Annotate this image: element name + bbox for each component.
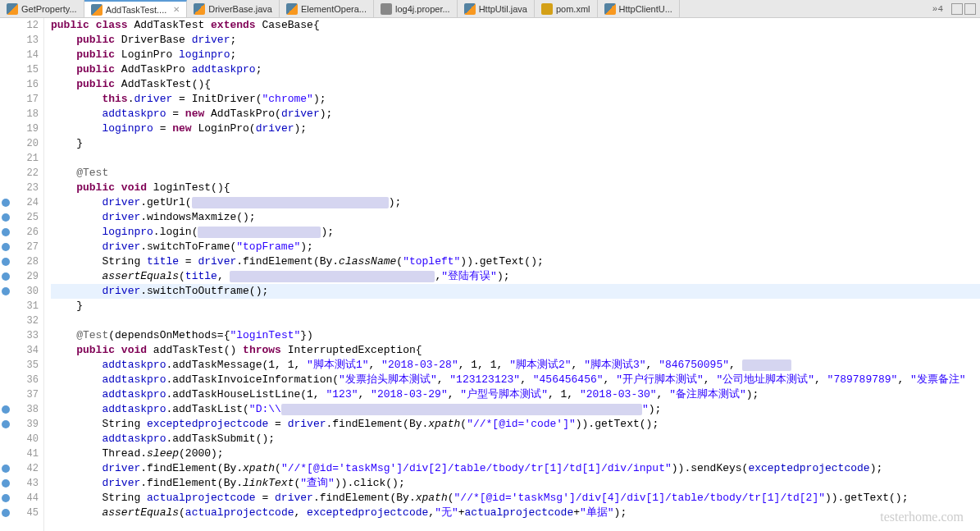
code-line[interactable]: addtaskpro.addTaskMessage(1, 1, "脚本测试1",… — [51, 358, 980, 373]
tab-label: AddTaskTest.... — [106, 5, 167, 15]
line-number: 20 — [11, 136, 39, 151]
code-line[interactable]: addtaskpro = new AddTaskPro(driver); — [51, 107, 980, 121]
tab-label: log4j.proper... — [395, 4, 450, 14]
tab-label: GetProperty... — [21, 4, 77, 14]
line-number: 23 — [11, 181, 39, 195]
tab-label: pom.xml — [556, 4, 590, 14]
code-line[interactable]: public class AddTaskTest extends CaseBas… — [51, 18, 980, 33]
code-line[interactable]: driver.findElement(By.xpath("//*[@id='ta… — [51, 461, 980, 476]
tab-2[interactable]: DriverBase.java — [187, 0, 280, 17]
line-number: 43 — [11, 476, 39, 491]
code-line[interactable]: public void addTaskTest() throws Interru… — [51, 343, 980, 358]
code-line[interactable]: driver.switchToFrame("topFrame"); — [51, 240, 980, 254]
breakpoint-marker[interactable] — [2, 243, 10, 251]
maximize-icon[interactable] — [964, 3, 976, 15]
tab-5[interactable]: HttpUtil.java — [458, 0, 535, 17]
tab-label: HttpClientU... — [619, 4, 672, 14]
line-number: 39 — [11, 417, 39, 432]
code-line[interactable]: public AddTaskTest(){ — [51, 77, 980, 92]
code-line[interactable]: driver.windowsMaxmize(); — [51, 210, 980, 225]
line-number: 28 — [11, 254, 39, 269]
code-line[interactable]: String actualprojectcode = driver.findEl… — [51, 491, 980, 506]
line-number: 37 — [11, 387, 39, 402]
tab-7[interactable]: HttpClientU... — [598, 0, 680, 17]
line-number: 41 — [11, 446, 39, 461]
line-number: 35 — [11, 358, 39, 373]
line-number: 40 — [11, 432, 39, 446]
breakpoint-marker[interactable] — [2, 272, 10, 281]
java-file-icon — [91, 4, 103, 16]
code-line[interactable]: addtaskpro.addTaskHouseListLine(1, "123"… — [51, 387, 980, 402]
line-number: 34 — [11, 343, 39, 358]
code-line[interactable]: loginpro = new LoginPro(driver); — [51, 121, 980, 136]
tabs-overflow[interactable]: »4 — [924, 4, 951, 14]
breakpoint-marker[interactable] — [2, 228, 10, 236]
line-number: 29 — [11, 269, 39, 284]
java-file-icon — [464, 3, 476, 15]
code-area[interactable]: public class AddTaskTest extends CaseBas… — [44, 18, 980, 531]
breakpoint-marker[interactable] — [2, 494, 10, 502]
tab-label: DriverBase.java — [208, 4, 272, 14]
code-line[interactable]: assertEquals(title, ,"登陆有误"); — [51, 269, 980, 284]
code-line[interactable]: loginpro.login(); — [51, 225, 980, 240]
java-file-icon — [7, 3, 18, 15]
code-line[interactable]: Thread.sleep(2000); — [51, 446, 980, 461]
tab-6[interactable]: pom.xml — [535, 0, 598, 17]
code-line[interactable]: addtaskpro.addTaskSubmit(); — [51, 432, 980, 446]
breakpoint-marker[interactable] — [2, 465, 10, 473]
minimize-icon[interactable] — [951, 3, 963, 15]
line-number: 22 — [11, 166, 39, 181]
editor-tabs: GetProperty...AddTaskTest....✕DriverBase… — [0, 0, 980, 18]
code-line[interactable]: addtaskpro.addTaskInvoiceInformation("发票… — [51, 373, 980, 387]
code-line[interactable]: } — [51, 299, 980, 314]
code-line[interactable]: addtaskpro.addTaskList("D:\\"); — [51, 402, 980, 417]
line-number: 15 — [11, 62, 39, 77]
close-icon[interactable]: ✕ — [173, 5, 180, 14]
line-number: 45 — [11, 506, 39, 520]
code-line[interactable] — [51, 314, 980, 328]
line-number: 32 — [11, 314, 39, 328]
code-line[interactable]: @Test(dependsOnMethods={"loginTest"}) — [51, 328, 980, 343]
line-numbers-gutter: 1213141516171819202122232425262728293031… — [11, 18, 44, 531]
code-line[interactable]: driver.getUrl(); — [51, 195, 980, 210]
line-number: 12 — [11, 18, 39, 33]
code-editor[interactable]: 1213141516171819202122232425262728293031… — [0, 18, 980, 531]
code-line[interactable]: public AddTaskPro addtaskpro; — [51, 62, 980, 77]
tab-3[interactable]: ElementOpera... — [280, 0, 374, 17]
code-line[interactable]: public LoginPro loginpro; — [51, 48, 980, 62]
breakpoint-marker[interactable] — [2, 258, 10, 266]
code-line[interactable]: assertEquals(actualprojectcode, excepted… — [51, 506, 980, 520]
tab-label: HttpUtil.java — [479, 4, 527, 14]
code-line[interactable]: driver.findElement(By.linkText("查询")).cl… — [51, 476, 980, 491]
line-number: 14 — [11, 48, 39, 62]
code-line[interactable]: } — [51, 136, 980, 151]
props-file-icon — [381, 3, 392, 15]
breakpoint-marker[interactable] — [2, 213, 10, 222]
tab-4[interactable]: log4j.proper... — [374, 0, 458, 17]
line-number: 42 — [11, 461, 39, 476]
line-number: 17 — [11, 92, 39, 107]
breakpoint-marker[interactable] — [2, 287, 10, 295]
breakpoint-marker[interactable] — [2, 509, 10, 517]
line-number: 38 — [11, 402, 39, 417]
line-number: 30 — [11, 284, 39, 299]
line-number: 27 — [11, 240, 39, 254]
breakpoint-marker[interactable] — [2, 420, 10, 428]
tab-1[interactable]: AddTaskTest....✕ — [84, 0, 188, 17]
breakpoint-marker[interactable] — [2, 479, 10, 488]
code-line[interactable]: String title = driver.findElement(By.cla… — [51, 254, 980, 269]
code-line[interactable]: public void loginTest(){ — [51, 181, 980, 195]
line-number: 26 — [11, 225, 39, 240]
code-line[interactable]: String exceptedprojectcode = driver.find… — [51, 417, 980, 432]
code-line[interactable] — [51, 151, 980, 166]
line-number: 36 — [11, 373, 39, 387]
code-line[interactable]: @Test — [51, 166, 980, 181]
breakpoint-marker[interactable] — [2, 405, 10, 414]
tab-0[interactable]: GetProperty... — [0, 0, 84, 17]
marker-ruler — [0, 18, 11, 531]
code-line[interactable]: this.driver = InitDriver("chrome"); — [51, 92, 980, 107]
line-number: 24 — [11, 195, 39, 210]
code-line[interactable]: driver.switchToOutframe(); — [51, 284, 980, 299]
code-line[interactable]: public DriverBase driver; — [51, 33, 980, 48]
breakpoint-marker[interactable] — [2, 199, 10, 207]
